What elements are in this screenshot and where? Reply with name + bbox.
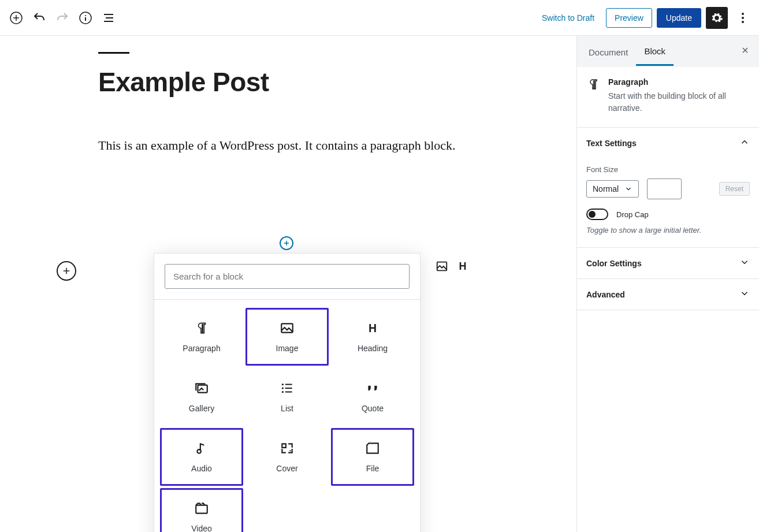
svg-point-4 — [742, 17, 744, 19]
add-block-button[interactable] — [6, 8, 27, 28]
block-subtitle: Start with the building block of all nar… — [608, 90, 750, 114]
plus-icon — [282, 239, 291, 247]
cover-icon — [280, 441, 295, 456]
preview-button[interactable]: Preview — [606, 8, 652, 28]
plus-icon — [61, 266, 72, 276]
font-size-reset-button[interactable]: Reset — [719, 182, 750, 196]
heading-icon: H — [365, 321, 380, 336]
block-item-audio[interactable]: Audio — [160, 428, 243, 486]
outline-button[interactable] — [98, 8, 119, 28]
block-item-label: Image — [276, 344, 299, 353]
tab-document[interactable]: Document — [581, 38, 636, 65]
svg-point-11 — [282, 387, 284, 389]
svg-point-2 — [85, 15, 86, 16]
paragraph-block[interactable]: This is an example of a WordPress post. … — [98, 133, 491, 158]
color-settings-header[interactable]: Color Settings — [577, 248, 759, 278]
pilcrow-icon — [194, 321, 209, 336]
update-button[interactable]: Update — [657, 8, 701, 28]
sidebar-close-button[interactable] — [735, 41, 756, 62]
svg-point-13 — [197, 449, 201, 453]
block-item-file[interactable]: File — [331, 428, 414, 486]
title-rule — [98, 52, 129, 54]
block-description: Paragraph Start with the building block … — [577, 67, 759, 127]
chevron-down-icon — [739, 257, 750, 269]
switch-to-draft-button[interactable]: Switch to Draft — [535, 8, 601, 28]
block-item-label: Quote — [362, 404, 384, 413]
svg-point-5 — [742, 21, 744, 23]
outline-icon — [102, 11, 116, 25]
drop-cap-label: Drop Cap — [616, 210, 649, 219]
plus-circle-icon — [9, 11, 23, 25]
text-settings-header[interactable]: Text Settings — [577, 128, 759, 158]
redo-icon — [55, 11, 69, 25]
svg-point-14 — [289, 450, 291, 451]
image-icon — [280, 321, 295, 336]
gear-icon — [710, 12, 723, 24]
post-title[interactable]: Example Post — [98, 66, 491, 98]
block-item-label: List — [281, 404, 293, 413]
block-item-quote[interactable]: Quote — [331, 368, 414, 426]
font-size-value: Normal — [593, 184, 619, 194]
drop-cap-toggle[interactable] — [586, 209, 608, 220]
chevron-up-icon — [739, 137, 750, 149]
editor-canvas: Example Post This is an example of a Wor… — [0, 36, 576, 532]
image-icon[interactable] — [433, 258, 451, 275]
chevron-down-icon — [624, 185, 632, 193]
font-size-input[interactable] — [647, 178, 682, 199]
video-icon — [194, 501, 209, 516]
block-inserter: ParagraphImageHHeadingGalleryListQuoteAu… — [154, 253, 421, 532]
svg-point-12 — [282, 391, 284, 393]
panel-title: Advanced — [586, 290, 625, 299]
heading-icon[interactable]: H — [454, 258, 471, 275]
panel-title: Color Settings — [586, 259, 642, 268]
block-item-image[interactable]: Image — [245, 308, 329, 366]
close-icon — [741, 46, 750, 55]
gallery-icon — [194, 381, 209, 396]
inserter-anchor[interactable] — [280, 236, 293, 250]
block-item-video[interactable]: Video — [160, 488, 243, 532]
block-item-heading[interactable]: HHeading — [331, 308, 414, 366]
block-item-cover[interactable]: Cover — [245, 428, 329, 486]
audio-icon — [194, 441, 209, 456]
font-size-label: Font Size — [586, 165, 750, 174]
file-icon — [365, 441, 380, 456]
settings-sidebar: Document Block Paragraph Start with the … — [576, 36, 759, 532]
settings-button[interactable] — [706, 7, 728, 29]
inline-toolbar: H — [433, 258, 471, 275]
undo-icon — [32, 11, 46, 25]
inline-add-button[interactable] — [57, 261, 76, 281]
tab-block[interactable]: Block — [636, 37, 674, 66]
pilcrow-icon — [586, 77, 600, 91]
chevron-down-icon — [739, 288, 750, 300]
info-icon — [79, 11, 92, 25]
quote-icon — [365, 381, 380, 396]
svg-point-10 — [282, 384, 284, 385]
redo-button[interactable] — [52, 8, 73, 28]
svg-rect-15 — [196, 505, 207, 514]
block-item-label: Audio — [191, 464, 212, 473]
block-item-list[interactable]: List — [245, 368, 329, 426]
top-toolbar: Switch to Draft Preview Update — [0, 0, 759, 36]
block-item-label: Cover — [276, 464, 297, 473]
svg-point-3 — [742, 13, 744, 15]
panel-title: Text Settings — [586, 139, 637, 148]
block-item-gallery[interactable]: Gallery — [160, 368, 243, 426]
block-item-label: Gallery — [189, 404, 214, 413]
list-icon — [280, 381, 295, 396]
block-item-paragraph[interactable]: Paragraph — [160, 308, 243, 366]
more-vertical-icon — [736, 11, 750, 25]
advanced-header[interactable]: Advanced — [577, 279, 759, 310]
drop-cap-help: Toggle to show a large initial letter. — [586, 226, 750, 235]
info-button[interactable] — [75, 8, 96, 28]
undo-button[interactable] — [29, 8, 50, 28]
more-options-button[interactable] — [732, 8, 753, 28]
block-item-label: Heading — [358, 344, 388, 353]
block-item-label: Paragraph — [183, 344, 220, 353]
block-title: Paragraph — [608, 77, 750, 87]
font-size-select[interactable]: Normal — [586, 180, 639, 198]
block-search-input[interactable] — [165, 264, 410, 289]
block-item-label: File — [366, 464, 380, 473]
svg-text:H: H — [369, 322, 377, 334]
block-item-label: Video — [191, 524, 212, 532]
